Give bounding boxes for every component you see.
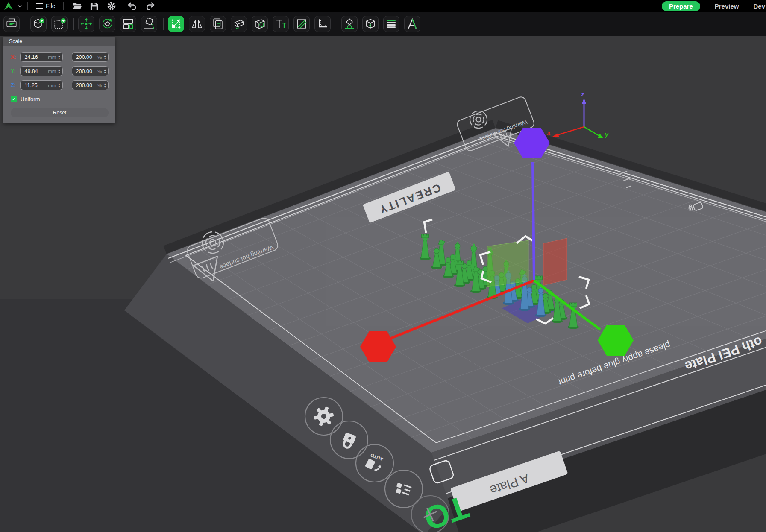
scale-percent-input[interactable]: 200.00%▲▼ xyxy=(72,80,109,90)
file-menu[interactable]: File xyxy=(33,0,58,12)
main-toolbar xyxy=(0,12,766,36)
mm-stepper[interactable]: ▲▼ xyxy=(58,69,60,74)
settings-button[interactable] xyxy=(106,0,117,12)
measure-icon xyxy=(315,17,330,31)
mode-tabs: PreparePreviewDev xyxy=(662,1,766,11)
scale-row-x: X:24.16mm▲▼200.00%▲▼ xyxy=(11,52,109,62)
percent-stepper[interactable]: ▲▼ xyxy=(104,83,106,88)
percent-unit: % xyxy=(97,69,102,74)
mode-tab-dev[interactable]: Dev xyxy=(753,3,765,10)
axis-label: Y: xyxy=(11,68,20,74)
gizmo-z-axis[interactable] xyxy=(533,162,534,280)
seam-icon xyxy=(363,17,378,31)
tool-cut-button[interactable] xyxy=(231,16,247,32)
undo-button[interactable] xyxy=(127,0,138,12)
gizmo-plane-xz[interactable] xyxy=(543,238,567,285)
mm-stepper[interactable]: ▲▼ xyxy=(58,55,60,60)
axis-label: X: xyxy=(11,54,20,60)
printer-icon xyxy=(4,17,19,31)
rotate-icon xyxy=(100,17,114,31)
mm-value[interactable]: 24.16 xyxy=(21,54,48,60)
scale-percent-input[interactable]: 200.00%▲▼ xyxy=(72,66,109,76)
tool-printer-button[interactable] xyxy=(3,16,20,32)
tool-mirror-button[interactable] xyxy=(189,16,205,32)
mode-tab-prepare[interactable]: Prepare xyxy=(662,1,700,11)
tool-measure-button[interactable] xyxy=(314,16,331,32)
scale-row-z: Z:11.25mm▲▼200.00%▲▼ xyxy=(11,80,109,90)
tool-seam-button[interactable] xyxy=(362,16,379,32)
tool-layers-button[interactable] xyxy=(383,16,399,32)
divider xyxy=(63,2,64,10)
percent-value[interactable]: 200.00 xyxy=(72,54,98,60)
percent-stepper[interactable]: ▲▼ xyxy=(104,69,106,74)
mm-unit: mm xyxy=(48,83,56,88)
tool-arrange-button[interactable] xyxy=(120,16,136,32)
axis-label: Z: xyxy=(11,82,20,88)
app-logo[interactable] xyxy=(3,0,14,12)
font-icon xyxy=(405,17,420,31)
mm-stepper[interactable]: ▲▼ xyxy=(58,83,60,88)
redo-button[interactable] xyxy=(144,0,156,12)
tool-support-button[interactable] xyxy=(341,16,358,32)
support-icon xyxy=(342,17,357,31)
tool-add-model-button[interactable] xyxy=(30,16,47,32)
mode-tab-preview[interactable]: Preview xyxy=(715,3,739,10)
mm-value[interactable]: 49.84 xyxy=(21,68,48,74)
percent-stepper[interactable]: ▲▼ xyxy=(104,55,106,60)
percent-value[interactable]: 200.00 xyxy=(72,82,98,88)
toolbar-divider xyxy=(26,18,26,30)
creality-logo-icon xyxy=(3,1,14,11)
tool-add-plate-button[interactable] xyxy=(51,16,68,32)
uniform-label: Uniform xyxy=(21,96,40,102)
text-icon xyxy=(273,17,288,31)
scale-panel-title[interactable]: Scale xyxy=(3,37,115,46)
tool-font-button[interactable] xyxy=(404,16,420,32)
menu-bar: File PreparePreviewDev xyxy=(0,0,766,12)
save-icon xyxy=(90,2,99,11)
tool-move-button[interactable] xyxy=(78,16,94,32)
logo-chevron-down-icon[interactable] xyxy=(17,3,22,9)
paint-icon xyxy=(294,17,309,31)
uniform-checkbox[interactable]: ✓ xyxy=(11,96,17,102)
lay-flat-icon xyxy=(142,17,156,31)
cut-icon xyxy=(232,17,246,31)
percent-value[interactable]: 200.00 xyxy=(72,68,98,74)
add-model-icon xyxy=(31,17,46,31)
mm-unit: mm xyxy=(48,55,56,60)
scale-mm-input[interactable]: 24.16mm▲▼ xyxy=(20,52,62,62)
axis-x-label: x xyxy=(547,129,551,136)
folder-open-icon xyxy=(72,2,82,10)
save-button[interactable] xyxy=(89,0,100,12)
scale-icon xyxy=(169,17,183,31)
tool-scale-button[interactable] xyxy=(168,16,184,32)
tool-clone-button[interactable] xyxy=(210,16,226,32)
scale-mm-input[interactable]: 49.84mm▲▼ xyxy=(20,66,62,76)
tool-hole-button[interactable] xyxy=(252,16,268,32)
open-file-button[interactable] xyxy=(72,0,83,12)
scale-panel: Scale X:24.16mm▲▼200.00%▲▼Y:49.84mm▲▼200… xyxy=(3,37,115,123)
tool-text-button[interactable] xyxy=(273,16,289,32)
scale-row-y: Y:49.84mm▲▼200.00%▲▼ xyxy=(11,66,109,76)
gear-icon xyxy=(107,1,116,11)
tool-lay-flat-button[interactable] xyxy=(141,16,157,32)
toolbar-divider xyxy=(163,18,164,30)
scale-percent-input[interactable]: 200.00%▲▼ xyxy=(72,52,109,62)
creality-print-window: { "menu_bar": { "file_label": "File", "m… xyxy=(0,0,766,532)
tool-rotate-button[interactable] xyxy=(99,16,115,32)
scale-mm-input[interactable]: 11.25mm▲▼ xyxy=(20,80,62,90)
clone-icon xyxy=(211,17,225,31)
layers-icon xyxy=(384,17,399,31)
uniform-row: ✓ Uniform xyxy=(11,96,109,102)
axis-y-label: y xyxy=(605,131,609,138)
percent-unit: % xyxy=(97,55,102,60)
undo-icon xyxy=(127,2,138,10)
toolbar-divider xyxy=(337,18,337,30)
mm-value[interactable]: 11.25 xyxy=(21,82,48,88)
hamburger-icon xyxy=(35,3,43,9)
axis-z-label: z xyxy=(581,91,584,98)
gizmo-plane-yz[interactable] xyxy=(487,240,528,287)
percent-unit: % xyxy=(97,83,102,88)
tool-paint-button[interactable] xyxy=(293,16,310,32)
redo-icon xyxy=(145,2,155,10)
reset-button[interactable]: Reset xyxy=(11,108,109,117)
